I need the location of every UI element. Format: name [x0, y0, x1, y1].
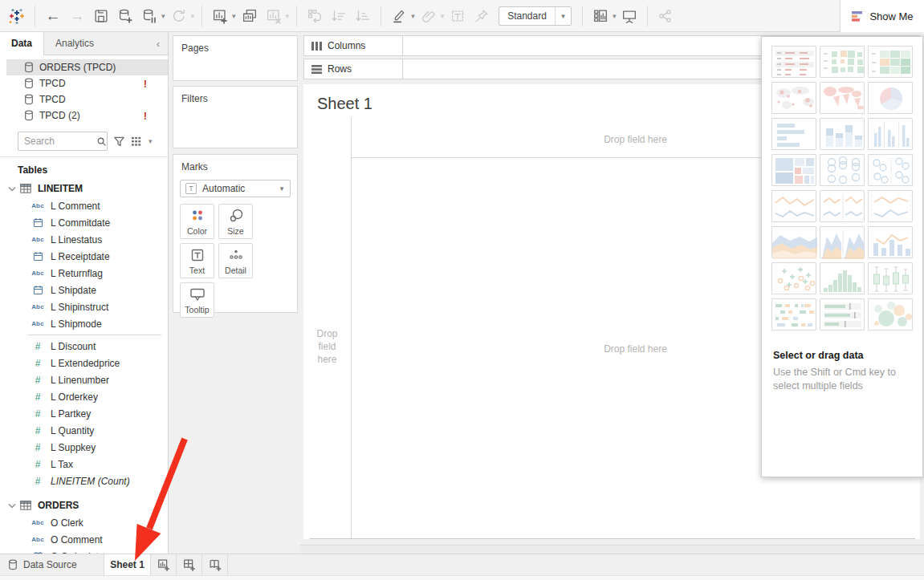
field-l-shipdate[interactable]: L Shipdate	[0, 282, 168, 298]
showme-bullet-graph-thumb[interactable]	[820, 298, 865, 331]
showme-highlight-table-thumb[interactable]	[868, 46, 913, 78]
showme-circle-views-thumb[interactable]	[820, 154, 865, 186]
field-l-suppkey[interactable]: #L Suppkey	[0, 439, 168, 456]
group-members-button[interactable]	[417, 4, 441, 28]
fit-preset-caret[interactable]: ▾	[555, 7, 571, 25]
mark-type-dropdown[interactable]: T Automatic ▾	[180, 180, 291, 197]
data-source-item[interactable]: ORDERS (TPCD)	[6, 59, 168, 75]
showme-stacked-bars-thumb[interactable]	[820, 118, 865, 150]
field-l-returnflag[interactable]: AbcL Returnflag	[0, 265, 168, 282]
showme-continuous-lines-thumb[interactable]	[771, 190, 816, 222]
chevron-down-icon[interactable]	[8, 503, 16, 509]
sheet-1-tab[interactable]: Sheet 1	[104, 554, 151, 575]
new-worksheet-button[interactable]	[208, 4, 232, 28]
showme-side-by-side-circles-thumb[interactable]	[868, 154, 913, 186]
tab-analytics[interactable]: Analytics	[44, 32, 105, 55]
new-data-source-button[interactable]	[113, 4, 137, 28]
showme-text-table-thumb[interactable]	[771, 46, 816, 78]
tableau-logo[interactable]	[5, 4, 29, 28]
field-l-orderkey[interactable]: #L Orderkey	[0, 388, 168, 405]
clear-sheet-button[interactable]	[262, 4, 286, 28]
field-l-quantity[interactable]: #L Quantity	[0, 422, 168, 439]
showme-heat-map-thumb[interactable]	[820, 46, 865, 78]
filter-funnel-icon[interactable]	[113, 136, 125, 148]
clear-sheet-caret[interactable]: ▾	[286, 12, 290, 20]
showme-symbol-map-thumb[interactable]	[771, 82, 816, 114]
showme-filled-map-thumb[interactable]	[820, 82, 865, 114]
showme-histogram-thumb[interactable]	[820, 262, 865, 294]
showme-gantt-thumb[interactable]	[771, 298, 816, 331]
showme-continuous-area-thumb[interactable]	[771, 226, 816, 258]
field-l-linestatus[interactable]: AbcL Linestatus	[0, 231, 168, 248]
table-orders-header[interactable]: ORDERS	[0, 497, 168, 514]
showme-discrete-lines-thumb[interactable]	[820, 190, 865, 222]
showme-dual-lines-thumb[interactable]	[868, 190, 913, 222]
new-worksheet-tab-button[interactable]	[151, 554, 177, 575]
show-mark-labels-button[interactable]	[446, 4, 470, 28]
field-l-receiptdate[interactable]: L Receiptdate	[0, 248, 168, 265]
sort-ascending-button[interactable]	[327, 4, 351, 28]
pause-updates-caret[interactable]: ▾	[161, 12, 165, 20]
field-l-extendedprice[interactable]: #L Extendedprice	[0, 355, 168, 371]
chevron-down-icon[interactable]	[8, 186, 16, 192]
field-search[interactable]	[18, 132, 108, 151]
view-options-icon[interactable]	[131, 136, 143, 147]
swap-rows-columns-button[interactable]	[303, 4, 327, 28]
save-button[interactable]	[89, 4, 113, 28]
detail-button[interactable]: Detail	[218, 243, 253, 278]
showme-dual-combination-thumb[interactable]	[868, 226, 913, 258]
horizontal-scrollbar[interactable]	[300, 545, 924, 554]
sort-descending-button[interactable]	[351, 4, 375, 28]
data-source-item[interactable]: TPCD (2) !	[6, 107, 168, 124]
showme-scatter-plot-thumb[interactable]	[771, 262, 816, 294]
tab-data[interactable]: Data	[0, 32, 44, 55]
showme-side-by-side-bars-thumb[interactable]	[868, 118, 913, 150]
field-l-comment[interactable]: AbcL Comment	[0, 197, 168, 214]
duplicate-sheet-button[interactable]	[238, 4, 262, 28]
pause-auto-updates-button[interactable]	[137, 4, 161, 28]
showme-pie-chart-thumb[interactable]	[868, 82, 913, 114]
group-members-caret[interactable]: ▾	[441, 12, 445, 20]
size-button[interactable]: Size	[218, 204, 253, 239]
new-story-tab-button[interactable]	[202, 554, 228, 575]
showme-treemap-thumb[interactable]	[771, 154, 816, 186]
showme-packed-bubbles-thumb[interactable]	[868, 298, 913, 331]
highlight-caret[interactable]: ▾	[411, 12, 415, 20]
field-l-commitdate[interactable]: L Commitdate	[0, 214, 168, 231]
tooltip-button[interactable]: Tooltip	[180, 282, 214, 318]
field-l-discount[interactable]: #L Discount	[0, 338, 168, 355]
field-o-orderdate[interactable]: O Orderdate	[0, 548, 168, 554]
view-options-caret[interactable]: ▾	[149, 137, 153, 145]
search-input[interactable]	[18, 136, 96, 147]
showme-horizontal-bars-thumb[interactable]	[771, 118, 816, 150]
data-source-item[interactable]: TPCD	[6, 91, 168, 107]
field-o-clerk[interactable]: AbcO Clerk	[0, 514, 168, 531]
pages-shelf[interactable]: Pages	[173, 35, 298, 81]
field-l-shipinstruct[interactable]: AbcL Shipinstruct	[0, 298, 168, 315]
text-button[interactable]: Text	[180, 243, 214, 278]
field-lineitem-count[interactable]: #LINEITEM (Count)	[0, 473, 168, 489]
field-l-partkey[interactable]: #L Partkey	[0, 405, 168, 422]
field-o-comment[interactable]: AbcO Comment	[0, 531, 168, 548]
run-update-caret[interactable]: ▾	[191, 12, 195, 20]
highlight-button[interactable]	[387, 4, 411, 28]
share-button[interactable]	[653, 4, 678, 28]
presentation-mode-button[interactable]	[617, 4, 641, 28]
fit-preset-dropdown[interactable]: Standard ▾	[499, 6, 572, 26]
show-hide-cards-caret[interactable]: ▾	[613, 12, 617, 20]
showme-box-and-whisker-thumb[interactable]	[868, 262, 913, 294]
mark-type-caret[interactable]: ▾	[274, 180, 290, 197]
data-source-item[interactable]: TPCD !	[6, 75, 168, 91]
show-hide-cards-button[interactable]	[588, 4, 613, 28]
field-l-tax[interactable]: #L Tax	[0, 456, 168, 473]
showme-discrete-area-thumb[interactable]	[820, 226, 865, 258]
fix-axes-button[interactable]	[470, 4, 494, 28]
filters-shelf[interactable]: Filters	[173, 86, 298, 148]
drop-zone-rows[interactable]: Drop field here	[303, 327, 351, 366]
color-button[interactable]: Color	[180, 204, 214, 239]
field-l-shipmode[interactable]: AbcL Shipmode	[0, 315, 168, 332]
data-source-tab[interactable]: Data Source	[0, 554, 104, 575]
redo-button[interactable]: →	[65, 4, 89, 28]
collapse-pane-button[interactable]: ‹	[149, 32, 168, 55]
show-me-button[interactable]: Show Me	[840, 0, 924, 32]
